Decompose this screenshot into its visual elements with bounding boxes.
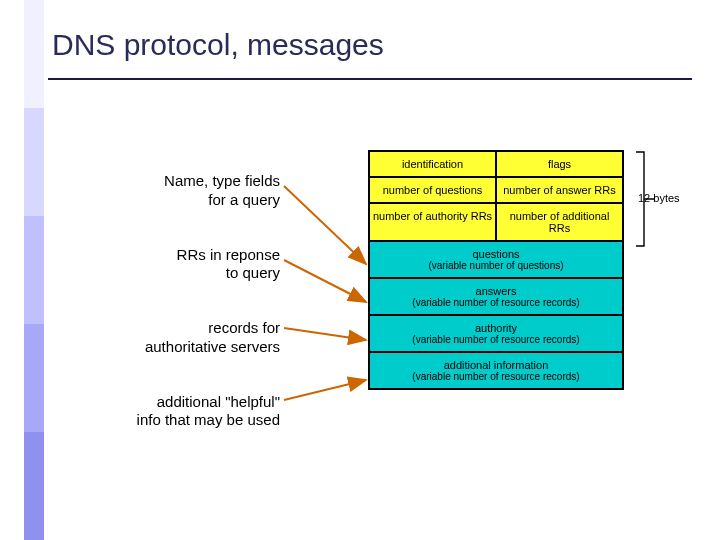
label-query: Name, type fields for a query — [40, 172, 280, 210]
header-row-2: number of questions number of answer RRs — [369, 177, 623, 203]
label-text: info that may be used — [137, 411, 280, 428]
title-rule — [48, 78, 692, 80]
label-text: to query — [226, 264, 280, 281]
cell-sub: (variable number of resource records) — [374, 334, 618, 345]
label-text: Name, type fields — [164, 172, 280, 189]
cell-additional: additional information (variable number … — [369, 352, 623, 389]
slide-title: DNS protocol, messages — [52, 28, 384, 62]
cell-authority: authority (variable number of resource r… — [369, 315, 623, 352]
svg-line-0 — [284, 186, 366, 264]
cell-num-questions: number of questions — [369, 177, 496, 203]
label-text: RRs in reponse — [177, 246, 280, 263]
label-text: records for — [208, 319, 280, 336]
left-labels: Name, type fields for a query RRs in rep… — [40, 172, 280, 466]
dns-message-table: identification flags number of questions… — [368, 150, 624, 390]
label-text: additional "helpful" — [157, 393, 280, 410]
cell-identification: identification — [369, 151, 496, 177]
cell-answers: answers (variable number of resource rec… — [369, 278, 623, 315]
label-additional: additional "helpful" info that may be us… — [40, 393, 280, 431]
label-text: authoritative servers — [145, 338, 280, 355]
cell-flags: flags — [496, 151, 623, 177]
svg-line-1 — [284, 260, 366, 302]
bracket-label: 12 bytes — [638, 192, 680, 204]
slide: DNS protocol, messages Name, type fields… — [0, 0, 720, 540]
label-authority: records for authoritative servers — [40, 319, 280, 357]
cell-title: additional information — [374, 359, 618, 371]
cell-sub: (variable number of resource records) — [374, 371, 618, 382]
label-text: for a query — [208, 191, 280, 208]
svg-line-2 — [284, 328, 366, 340]
cell-sub: (variable number of resource records) — [374, 297, 618, 308]
cell-title: questions — [374, 248, 618, 260]
cell-title: answers — [374, 285, 618, 297]
label-answers: RRs in reponse to query — [40, 246, 280, 284]
header-row-1: identification flags — [369, 151, 623, 177]
cell-sub: (variable number of questions) — [374, 260, 618, 271]
cell-num-answers: number of answer RRs — [496, 177, 623, 203]
cell-num-authority: number of authority RRs — [369, 203, 496, 241]
svg-line-3 — [284, 380, 366, 400]
cell-questions: questions (variable number of questions) — [369, 241, 623, 278]
cell-num-additional: number of additional RRs — [496, 203, 623, 241]
header-row-3: number of authority RRs number of additi… — [369, 203, 623, 241]
cell-title: authority — [374, 322, 618, 334]
